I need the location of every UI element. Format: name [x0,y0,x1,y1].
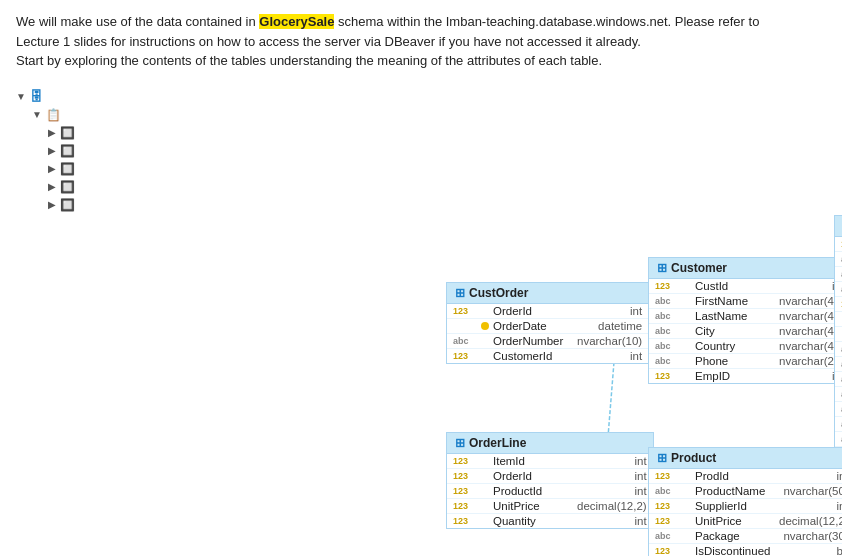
sidebar-item-customer[interactable]: ▶ 🔲 [16,142,216,160]
product-icon: 🔲 [60,198,75,212]
dot-empty-icon [683,357,691,365]
diagram-area: ⊞CustOrder123OrderIdintOrderDatedatetime… [216,87,826,507]
col-name: IsDiscontinued [695,545,775,557]
table-row: abcTitlenvarchar(30) [835,282,842,297]
table-row: abcStatenvarchar(40) [835,372,842,387]
table-row: abcAddressnvarchar(70) [835,342,842,357]
table-row: 123UnitPricedecimal(12,2) [447,499,653,514]
employee-icon: 🔲 [60,162,75,176]
col-name: OrderDate [493,320,573,332]
table-row: 123CustIdint [649,279,842,294]
pk-badge: 123 [655,371,679,381]
col-name: OrderId [493,470,573,482]
col-name: EmpID [695,370,775,382]
table-row: 123OrderIdint [447,469,653,484]
table-orderline: ⊞OrderLine123ItemIdint123OrderIdint123Pr… [446,432,654,529]
col-type: int [635,485,647,497]
pk-badge: 123 [453,471,477,481]
col-type: int [630,350,642,362]
col-type: decimal(12,2) [577,500,647,512]
dot-empty-icon [683,282,691,290]
col-name: UnitPrice [695,515,775,527]
table-row: 123ProdIdint [649,469,842,484]
table-row: abcProductNamenvarchar(50) [649,484,842,499]
col-name: FirstName [695,295,775,307]
orderline-icon: 🔲 [60,180,75,194]
sidebar: ▼ 🗄 ▼ 📋 ▶ 🔲 ▶ 🔲 ▶ 🔲 ▶ 🔲 [16,87,216,507]
col-type: nvarchar(40) [779,325,842,337]
abc-badge: abc [453,336,477,346]
dot-empty-icon [481,307,489,315]
employee-caret-icon: ▶ [48,163,56,174]
table-row: 123EmpIDint [649,369,842,383]
table-row: abcLastNamenvarchar(40) [649,309,842,324]
dot-empty-icon [481,352,489,360]
table-header-icon: ⊞ [657,451,667,465]
sidebar-item-employee[interactable]: ▶ 🔲 [16,160,216,178]
col-type: bit [837,545,842,557]
sidebar-item-custorder[interactable]: ▶ 🔲 [16,124,216,142]
dot-empty-icon [481,517,489,525]
table-customer: ⊞Customer123CustIdintabcFirstNamenvarcha… [648,257,842,384]
pk-badge: 123 [655,516,679,526]
tbl-employee-header: ⊞Employee [835,216,842,237]
intro-text-before: We will make use of the data contained i… [16,14,259,29]
table-row: abcCitynvarchar(40) [835,357,842,372]
abc-badge: abc [655,356,679,366]
table-title: Customer [671,261,727,275]
table-row: BirthDatedatetime [835,312,842,327]
col-type: nvarchar(50) [783,485,842,497]
col-type: nvarchar(40) [779,310,842,322]
col-type: int [635,455,647,467]
table-row: 123UnitPricedecimal(12,2) [649,514,842,529]
dot-empty-icon [683,327,691,335]
col-type: nvarchar(30) [783,530,842,542]
db-icon: 🗄 [30,89,43,104]
abc-badge: abc [655,326,679,336]
table-title: CustOrder [469,286,528,300]
sidebar-root[interactable]: ▼ 🗄 [16,87,216,106]
table-row: abcPackagenvarchar(30) [649,529,842,544]
custorder-caret-icon: ▶ [48,127,56,138]
dot-empty-icon [683,472,691,480]
dot-empty-icon [683,312,691,320]
table-row: abcCitynvarchar(40) [649,324,842,339]
dot-empty-icon [683,342,691,350]
pk-badge: 123 [655,471,679,481]
table-row: 123ReportsToint [835,297,842,312]
sidebar-item-orderline[interactable]: ▶ 🔲 [16,178,216,196]
table-row: HireDatedatetime [835,327,842,342]
customer-caret-icon: ▶ [48,145,56,156]
pk-badge: 123 [453,456,477,466]
dot-empty-icon [481,472,489,480]
table-product: ⊞Product123ProdIdintabcProductNamenvarch… [648,447,842,557]
main-area: ▼ 🗄 ▼ 📋 ▶ 🔲 ▶ 🔲 ▶ 🔲 ▶ 🔲 [16,87,826,507]
orderline-caret-icon: ▶ [48,181,56,192]
sidebar-tables[interactable]: ▼ 📋 [16,106,216,124]
tables-caret-icon: ▼ [32,109,42,120]
table-row: abcLastNamenvarchar(20) [835,252,842,267]
abc-badge: abc [655,311,679,321]
col-name: LastName [695,310,775,322]
col-name: CustomerId [493,350,573,362]
dot-empty-icon [683,547,691,555]
table-row: 123ProductIdint [447,484,653,499]
dot-empty-icon [683,517,691,525]
sidebar-item-product[interactable]: ▶ 🔲 [16,196,216,214]
col-name: Quantity [493,515,573,527]
table-row: abcPostalCodenvarchar(10) [835,402,842,417]
table-header-icon: ⊞ [657,261,667,275]
table-title: OrderLine [469,436,526,450]
tables-icon: 📋 [46,108,61,122]
col-name: ProductName [695,485,775,497]
col-type: nvarchar(10) [577,335,642,347]
pk-badge: 123 [655,546,679,556]
col-name: UnitPrice [493,500,573,512]
col-type: nvarchar(40) [779,295,842,307]
intro-text-line2: Start by exploring the contents of the t… [16,53,602,68]
pk-badge: 123 [655,501,679,511]
col-name: Package [695,530,775,542]
table-row: abcFirstNamenvarchar(40) [649,294,842,309]
table-employee: ⊞Employee123EmployeeIdintabcLastNamenvar… [834,215,842,462]
abc-badge: abc [655,296,679,306]
